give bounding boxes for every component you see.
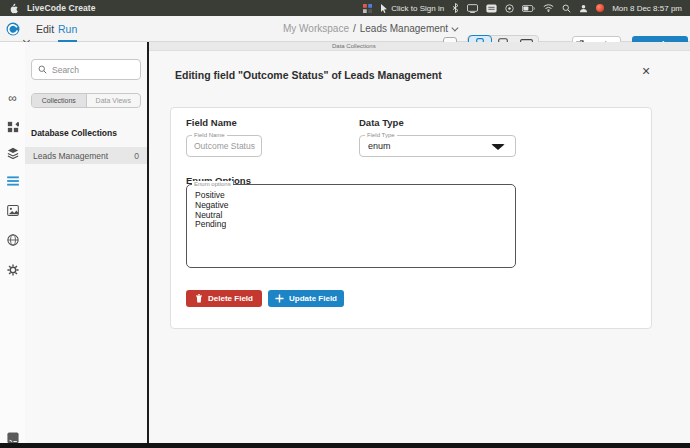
cursor-icon — [380, 4, 388, 13]
breadcrumb-workspace[interactable]: My Workspace — [283, 23, 349, 34]
tool-rail: ∞ — [0, 42, 25, 443]
content-header-title: Data Collections — [332, 43, 376, 49]
search-input[interactable] — [52, 65, 122, 75]
app-toolbar: Edit Run My Workspace / Leads Management… — [0, 16, 690, 42]
breadcrumb-project[interactable]: Leads Management — [360, 23, 448, 34]
breadcrumb-chevron-down-icon[interactable] — [452, 25, 458, 31]
tab-data-views[interactable]: Data Views — [87, 94, 141, 107]
data-type-float-label: Field Type — [365, 132, 397, 139]
signin-menu-item[interactable]: Click to Sign in — [380, 4, 444, 13]
app-tray-icon[interactable] — [363, 4, 372, 13]
data-type-select[interactable]: Field Type enum — [359, 135, 516, 157]
breadcrumb[interactable]: My Workspace / Leads Management — [283, 23, 457, 34]
screen-mirroring-icon[interactable] — [467, 4, 478, 13]
layers-icon[interactable] — [6, 146, 19, 159]
close-icon[interactable]: × — [639, 64, 653, 78]
data-collections-list-icon[interactable] — [6, 174, 19, 187]
field-editor-card: Field Name Field Name Outcome Status Dat… — [170, 107, 652, 329]
delete-field-label: Delete Field — [208, 294, 253, 303]
section-title-database-collections: Database Collections — [31, 128, 117, 138]
input-source-icon[interactable] — [486, 4, 497, 13]
user-switch-icon[interactable] — [579, 4, 588, 13]
search-icon — [38, 65, 47, 74]
plus-icon — [275, 294, 284, 303]
bluetooth-icon[interactable] — [452, 3, 459, 13]
screen: LiveCode Create Click to Sign in — [0, 0, 690, 448]
sidebar-search[interactable] — [31, 59, 141, 80]
tab-collections[interactable]: Collections — [32, 94, 87, 107]
collection-name: Leads Management — [33, 151, 108, 161]
field-name-value: Outcome Status — [187, 136, 261, 157]
dropdown-caret-icon — [491, 144, 505, 150]
spotlight-search-icon[interactable] — [562, 4, 571, 13]
content-header-bar: Data Collections — [149, 42, 690, 51]
signin-label: Click to Sign in — [391, 4, 444, 13]
data-type-label: Data Type — [359, 117, 404, 128]
menubar-clock[interactable]: Mon 8 Dec 8:57 pm — [612, 4, 682, 13]
siri-icon[interactable] — [596, 4, 604, 12]
field-name-label: Field Name — [186, 117, 237, 128]
connections-infinity-icon[interactable]: ∞ — [6, 91, 19, 104]
field-name-float-label: Field Name — [192, 132, 227, 139]
trash-icon — [195, 294, 203, 303]
settings-gear-icon[interactable] — [6, 263, 19, 276]
widgets-icon[interactable] — [6, 120, 19, 133]
breadcrumb-separator: / — [353, 23, 356, 34]
wifi-icon[interactable] — [543, 4, 554, 12]
enum-options-float-label: Enum options — [192, 181, 233, 188]
update-field-label: Update Field — [289, 294, 337, 303]
desktop-edge — [0, 443, 690, 448]
stats-circle-icon[interactable] — [505, 4, 514, 13]
media-image-icon[interactable] — [6, 204, 19, 217]
battery-icon[interactable] — [522, 5, 535, 12]
web-globe-icon[interactable] — [6, 233, 19, 246]
mode-run-tab[interactable]: Run — [58, 16, 77, 42]
macos-menubar: LiveCode Create Click to Sign in — [0, 0, 690, 16]
update-field-button[interactable]: Update Field — [268, 290, 344, 307]
mode-edit-button[interactable]: Edit — [36, 23, 54, 35]
main-content: Data Collections Editing field "Outcome … — [149, 42, 690, 443]
livecode-logo-icon[interactable] — [6, 22, 20, 36]
field-name-input[interactable]: Field Name Outcome Status — [186, 135, 262, 157]
collection-row-leads-management[interactable]: Leads Management 0 — [25, 147, 147, 164]
menubar-app-name[interactable]: LiveCode Create — [27, 3, 96, 13]
enum-options-textarea[interactable]: Positive Negative Neutral Pending — [187, 185, 515, 267]
editor-title: Editing field "Outcome Status" of Leads … — [175, 69, 442, 81]
menubar-status-area: Click to Sign in — [363, 3, 682, 13]
delete-field-button[interactable]: Delete Field — [186, 290, 262, 307]
collections-sidebar: Collections Data Views Database Collecti… — [25, 42, 147, 443]
sidebar-tab-group: Collections Data Views — [31, 93, 141, 108]
collection-count: 0 — [134, 151, 139, 161]
enum-options-field: Enum options Positive Negative Neutral P… — [186, 184, 516, 268]
apple-menu-icon[interactable] — [8, 3, 18, 14]
